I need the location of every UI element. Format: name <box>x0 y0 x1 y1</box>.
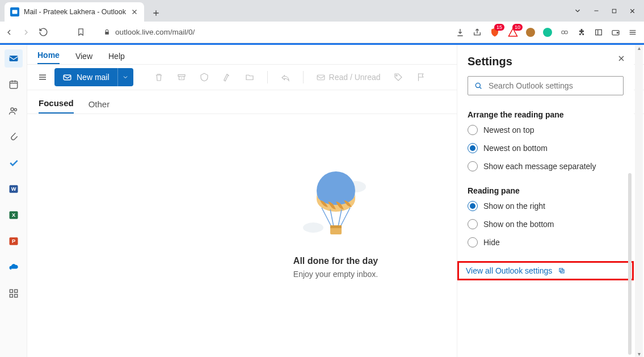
lock-icon <box>103 28 111 36</box>
svg-rect-18 <box>10 289 12 292</box>
moveto-icon[interactable] <box>245 72 255 82</box>
svg-text:X: X <box>11 212 15 218</box>
svg-rect-36 <box>559 268 563 272</box>
svg-rect-5 <box>596 30 602 35</box>
svg-rect-24 <box>317 75 325 80</box>
balloon-illustration-icon <box>296 165 376 245</box>
radio-newest-on-bottom[interactable]: Newest on bottom <box>468 143 624 153</box>
rail-people-icon[interactable] <box>5 102 23 120</box>
popout-icon <box>558 267 566 275</box>
wallet-icon[interactable] <box>611 28 620 37</box>
search-icon <box>474 81 483 90</box>
sweep-icon[interactable] <box>222 72 232 82</box>
outlook-favicon-icon <box>10 7 19 16</box>
delete-icon[interactable] <box>154 72 164 82</box>
link-icon[interactable] <box>560 28 569 37</box>
page-scrollbar[interactable]: ▴ ▾ <box>635 45 643 357</box>
minimize-icon[interactable] <box>593 7 600 14</box>
menu-home[interactable]: Home <box>37 51 60 64</box>
new-tab-button[interactable] <box>148 5 165 22</box>
back-icon[interactable] <box>5 28 14 37</box>
settings-scrollbar[interactable] <box>628 173 632 355</box>
svg-rect-9 <box>10 81 17 89</box>
rail-onedrive-icon[interactable] <box>5 258 23 276</box>
radio-label: Newest on bottom <box>483 144 548 153</box>
menu-view[interactable]: View <box>75 52 92 64</box>
reply-icon[interactable] <box>280 72 291 82</box>
tag-icon[interactable] <box>393 72 403 82</box>
url-text: outlook.live.com/mail/0/ <box>115 28 195 36</box>
radio-show-right[interactable]: Show on the right <box>468 201 624 211</box>
share-icon[interactable] <box>473 28 482 37</box>
read-unread-button[interactable]: Read / Unread <box>316 73 381 82</box>
rail-mail-icon[interactable] <box>5 49 23 68</box>
alert-count: 10 <box>512 24 523 31</box>
chevron-down-icon[interactable] <box>574 7 582 15</box>
radio-show-bottom[interactable]: Show on the bottom <box>468 219 624 229</box>
window-controls <box>566 0 644 22</box>
flag-icon[interactable] <box>416 72 426 82</box>
settings-title: Settings <box>468 55 624 68</box>
read-unread-label: Read / Unread <box>329 73 381 82</box>
radio-label: Show on the bottom <box>483 220 554 229</box>
left-rail: W X P <box>0 45 27 357</box>
new-mail-label: New mail <box>77 73 110 82</box>
rail-calendar-icon[interactable] <box>5 75 23 94</box>
rail-todo-icon[interactable] <box>5 154 23 172</box>
rail-powerpoint-icon[interactable]: P <box>5 232 23 250</box>
tab-focused[interactable]: Focused <box>39 98 74 114</box>
radio-show-separately[interactable]: Show each message separately <box>468 161 624 171</box>
svg-rect-20 <box>10 295 12 297</box>
svg-text:W: W <box>11 186 16 192</box>
puzzle-icon[interactable] <box>577 28 586 37</box>
cookie-icon[interactable] <box>526 28 535 37</box>
archive-icon[interactable] <box>176 72 187 82</box>
settings-search[interactable] <box>468 76 624 95</box>
radio-newest-on-top[interactable]: Newest on top <box>468 125 624 135</box>
toolbar-separator <box>267 71 268 83</box>
grammarly-icon[interactable] <box>543 28 552 37</box>
alert-triangle-icon[interactable]: 10 <box>508 27 518 37</box>
svg-line-31 <box>338 209 342 226</box>
menu-help[interactable]: Help <box>108 52 125 64</box>
svg-text:P: P <box>11 238 15 244</box>
rail-word-icon[interactable]: W <box>5 180 23 198</box>
rail-apps-icon[interactable] <box>5 284 23 303</box>
download-icon[interactable] <box>456 28 465 37</box>
svg-point-3 <box>562 31 565 33</box>
rail-excel-icon[interactable]: X <box>5 206 23 224</box>
svg-rect-0 <box>12 10 18 14</box>
svg-rect-22 <box>64 75 71 80</box>
brave-shield-count: 15 <box>494 24 504 31</box>
svg-point-11 <box>14 108 16 111</box>
close-window-icon[interactable] <box>629 7 636 15</box>
maximize-icon[interactable] <box>611 8 617 14</box>
svg-rect-34 <box>330 225 342 228</box>
browser-tab[interactable]: Mail - Prateek Lakhera - Outlook <box>5 2 144 22</box>
reading-pane-title: Reading pane <box>468 186 624 195</box>
hamburger-icon[interactable] <box>34 69 51 86</box>
svg-point-35 <box>475 83 480 87</box>
radio-hide[interactable]: Hide <box>468 237 624 247</box>
menu-icon[interactable] <box>628 28 637 37</box>
sidebar-toggle-icon[interactable] <box>594 28 603 37</box>
radio-label: Hide <box>483 238 500 247</box>
svg-point-7 <box>617 32 618 33</box>
reload-icon[interactable] <box>39 27 48 37</box>
settings-search-input[interactable] <box>489 81 617 90</box>
bookmark-icon[interactable] <box>77 28 85 36</box>
new-mail-button[interactable]: New mail <box>54 68 133 86</box>
new-mail-dropdown[interactable] <box>117 68 133 86</box>
brave-shield-icon[interactable]: 15 <box>490 27 500 37</box>
url-field[interactable]: outlook.live.com/mail/0/ <box>54 28 450 36</box>
view-all-settings-link[interactable]: View all Outlook settings <box>466 266 625 275</box>
tab-close-icon[interactable] <box>131 8 138 16</box>
svg-rect-2 <box>105 32 109 35</box>
report-icon[interactable] <box>199 72 209 82</box>
rail-files-icon[interactable] <box>5 128 23 146</box>
settings-close-icon[interactable] <box>617 54 626 63</box>
tab-other[interactable]: Other <box>89 99 110 114</box>
svg-point-27 <box>303 222 323 233</box>
svg-point-25 <box>396 75 397 76</box>
svg-point-4 <box>565 31 567 33</box>
